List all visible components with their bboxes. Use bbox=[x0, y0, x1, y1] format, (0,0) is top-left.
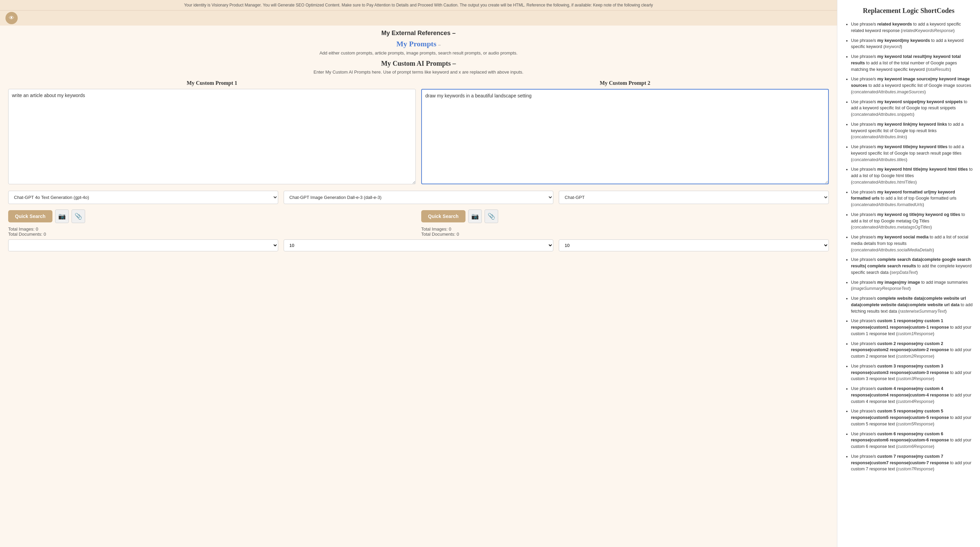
eye-button[interactable]: 👁 bbox=[5, 12, 18, 24]
quick-search-button-1[interactable]: Quick Search bbox=[8, 210, 52, 222]
list-item: Use phrase/s custom 6 response|my custom… bbox=[851, 431, 973, 450]
total-images-2: Total Images: 0 bbox=[421, 226, 829, 231]
top-bar: Your identity is Visionary Product Manag… bbox=[0, 0, 837, 11]
eye-icon: 👁 bbox=[9, 15, 14, 21]
number-col-3: 10 bbox=[556, 239, 832, 251]
model-select-2[interactable]: Chat-GPT Image Generation Dall-e-3 (dall… bbox=[284, 191, 554, 204]
model-col-2: Chat-GPT Image Generation Dall-e-3 (dall… bbox=[281, 191, 557, 204]
right-panel: Replacement Logic ShortCodes Use phrase/… bbox=[837, 0, 980, 547]
prompt-col-1-title: My Custom Prompt 1 bbox=[8, 80, 416, 86]
paperclip-button-2[interactable]: 📎 bbox=[485, 209, 498, 223]
quick-search-row: Quick Search 📷 📎 Quick Search 📷 📎 bbox=[0, 207, 837, 226]
page-wrapper: Your identity is Visionary Product Manag… bbox=[0, 0, 980, 547]
main-content: Your identity is Visionary Product Manag… bbox=[0, 0, 837, 547]
number-select-1[interactable] bbox=[8, 239, 278, 251]
quick-search-button-2[interactable]: Quick Search bbox=[421, 210, 466, 222]
total-documents-2: Total Documents: 0 bbox=[421, 231, 829, 237]
list-item: Use phrase/s my keyword image source|my … bbox=[851, 76, 973, 95]
model-select-1[interactable]: Chat-GPT 4o Text Generation (gpt-4o) bbox=[8, 191, 278, 204]
eye-icon-row: 👁 bbox=[0, 11, 837, 26]
prompt-textarea-2[interactable]: draw my keywords in a beautiful landscap… bbox=[421, 89, 829, 184]
list-item: Use phrase/s complete search data|comple… bbox=[851, 257, 973, 276]
prompt-col-2-title: My Custom Prompt 2 bbox=[421, 80, 829, 86]
list-item: Use phrase/s my keyword social media to … bbox=[851, 234, 973, 253]
custom-ai-subtitle: Enter My Custom AI Prompts here. Use of … bbox=[0, 69, 837, 77]
paperclip-icon-1: 📎 bbox=[75, 212, 82, 220]
model-col-1: Chat-GPT 4o Text Generation (gpt-4o) bbox=[5, 191, 281, 204]
list-item: Use phrase/s my keyword total result|my … bbox=[851, 53, 973, 73]
number-row: 10 10 bbox=[0, 238, 837, 253]
list-item: Use phrase/s my keyword snippet|my keywo… bbox=[851, 99, 973, 118]
my-prompts-heading: My Prompts – bbox=[0, 38, 837, 50]
total-images-1: Total Images: 0 bbox=[8, 226, 416, 231]
prompt-col-2: My Custom Prompt 2 draw my keywords in a… bbox=[418, 80, 832, 185]
list-item: Use phrase/s custom 5 response|my custom… bbox=[851, 408, 973, 427]
list-item: Use phrase/s my keyword html title|my ke… bbox=[851, 166, 973, 185]
shortcode-list: Use phrase/s related keywords to add a k… bbox=[844, 21, 973, 472]
list-item: Use phrase/s related keywords to add a k… bbox=[851, 21, 973, 34]
list-item: Use phrase/s my keyword title|my keyword… bbox=[851, 144, 973, 163]
camera-button-1[interactable]: 📷 bbox=[55, 209, 69, 223]
camera-button-2[interactable]: 📷 bbox=[468, 209, 482, 223]
external-refs-heading: My External References – bbox=[0, 26, 837, 38]
number-select-2[interactable]: 10 bbox=[284, 239, 554, 251]
list-item: Use phrase/s my keyword|my keywords to a… bbox=[851, 37, 973, 50]
quick-search-col-1: Quick Search 📷 📎 bbox=[5, 209, 418, 223]
number-col-1 bbox=[5, 239, 281, 251]
custom-ai-heading: My Custom AI Prompts – bbox=[0, 58, 837, 69]
prompt-textarea-1[interactable]: write an article about my keywords bbox=[8, 89, 416, 184]
list-item: Use phrase/s custom 7 response|my custom… bbox=[851, 453, 973, 472]
camera-icon-1: 📷 bbox=[58, 212, 66, 220]
list-item: Use phrase/s my keyword link|my keyword … bbox=[851, 121, 973, 140]
paperclip-button-1[interactable]: 📎 bbox=[72, 209, 85, 223]
prompt-titles-row: My Custom Prompt 1 write an article abou… bbox=[0, 77, 837, 188]
model-row: Chat-GPT 4o Text Generation (gpt-4o) Cha… bbox=[0, 188, 837, 207]
stats-col-1: Total Images: 0 Total Documents: 0 bbox=[5, 226, 418, 237]
list-item: Use phrase/s custom 1 response|my custom… bbox=[851, 318, 973, 337]
model-col-3: Chat-GPT bbox=[556, 191, 832, 204]
list-item: Use phrase/s my images|my image to add i… bbox=[851, 279, 973, 292]
total-documents-1: Total Documents: 0 bbox=[8, 231, 416, 237]
paperclip-icon-2: 📎 bbox=[488, 212, 495, 220]
stats-row: Total Images: 0 Total Documents: 0 Total… bbox=[0, 226, 837, 238]
list-item: Use phrase/s my keyword og title|my keyw… bbox=[851, 212, 973, 231]
stats-col-2: Total Images: 0 Total Documents: 0 bbox=[418, 226, 832, 237]
list-item: Use phrase/s complete website data|compl… bbox=[851, 295, 973, 314]
list-item: Use phrase/s my keyword formatted url|my… bbox=[851, 189, 973, 208]
number-select-3[interactable]: 10 bbox=[559, 239, 829, 251]
number-col-2: 10 bbox=[281, 239, 557, 251]
list-item: Use phrase/s custom 2 response|my custom… bbox=[851, 341, 973, 360]
prompt-col-1: My Custom Prompt 1 write an article abou… bbox=[5, 80, 418, 185]
model-select-3[interactable]: Chat-GPT bbox=[559, 191, 829, 204]
list-item: Use phrase/s custom 3 response|my custom… bbox=[851, 363, 973, 382]
list-item: Use phrase/s custom 4 response|my custom… bbox=[851, 386, 973, 405]
right-panel-title: Replacement Logic ShortCodes bbox=[844, 5, 973, 16]
camera-icon-2: 📷 bbox=[471, 212, 479, 220]
my-prompts-subtitle: Add either custom prompts, article promp… bbox=[0, 50, 837, 58]
quick-search-col-2: Quick Search 📷 📎 bbox=[418, 209, 832, 223]
top-bar-text: Your identity is Visionary Product Manag… bbox=[184, 3, 653, 8]
